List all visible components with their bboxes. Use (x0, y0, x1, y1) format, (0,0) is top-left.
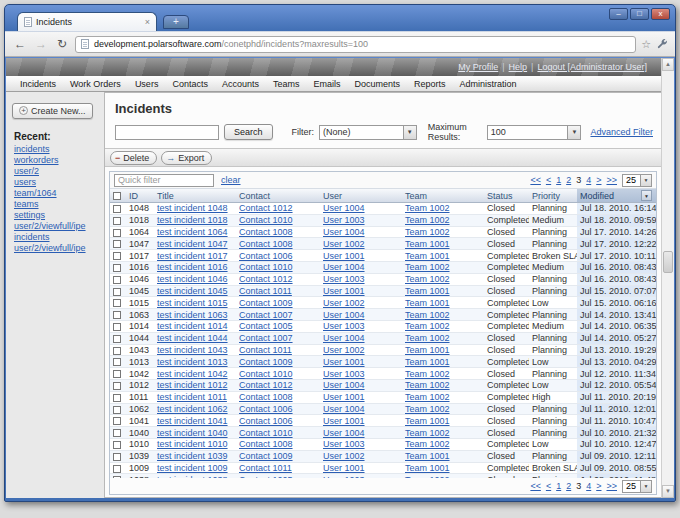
contact-link[interactable]: Contact 1008 (239, 392, 293, 402)
page-link[interactable]: 4 (586, 481, 591, 491)
menu-item-accounts[interactable]: Accounts (222, 79, 259, 89)
page-link[interactable]: 2 (566, 175, 571, 185)
row-checkbox[interactable] (113, 205, 121, 213)
column-header-contact[interactable]: Contact (236, 191, 320, 201)
minimize-button[interactable]: – (609, 8, 628, 20)
contact-link[interactable]: Contact 1012 (239, 274, 293, 284)
contact-link[interactable]: Contact 1012 (239, 380, 293, 390)
row-checkbox[interactable] (113, 441, 121, 449)
row-checkbox[interactable] (113, 288, 121, 296)
logout-link[interactable]: Logout [Administrator User] (537, 62, 647, 72)
recent-link[interactable]: user/2/viewfull/ipe (14, 221, 100, 232)
page-link[interactable]: 4 (586, 175, 591, 185)
row-checkbox[interactable] (113, 394, 121, 402)
new-tab-button[interactable]: + (163, 15, 189, 29)
menu-item-reports[interactable]: Reports (414, 79, 446, 89)
user-link[interactable]: User 1002 (323, 345, 365, 355)
contact-link[interactable]: Contact 1008 (239, 227, 293, 237)
user-link[interactable]: User 1004 (323, 380, 365, 390)
user-link[interactable]: User 1001 (323, 392, 365, 402)
column-header-id[interactable]: ID (126, 191, 154, 201)
menu-item-documents[interactable]: Documents (354, 79, 400, 89)
team-link[interactable]: Team 1001 (405, 345, 450, 355)
sort-arrow-icon[interactable]: ▼ (641, 190, 652, 201)
team-link[interactable]: Team 1002 (405, 321, 450, 331)
incident-link[interactable]: test incident 1016 (157, 262, 228, 272)
scroll-up-icon[interactable]: ▲ (662, 58, 674, 71)
team-link[interactable]: Team 1002 (405, 203, 450, 213)
row-checkbox[interactable] (113, 453, 121, 461)
contact-link[interactable]: Contact 1010 (239, 262, 293, 272)
row-checkbox[interactable] (113, 382, 121, 390)
contact-link[interactable]: Contact 1008 (239, 439, 293, 449)
scrollbar-thumb[interactable] (663, 251, 673, 273)
search-button[interactable]: Search (224, 124, 273, 140)
page-last-link[interactable]: >> (606, 175, 617, 185)
tab-close-icon[interactable]: × (145, 17, 150, 27)
incident-link[interactable]: test incident 1042 (157, 369, 228, 379)
page-link[interactable]: 2 (566, 481, 571, 491)
team-link[interactable]: Team 1002 (405, 380, 450, 390)
menu-item-teams[interactable]: Teams (273, 79, 300, 89)
row-checkbox[interactable] (113, 229, 121, 237)
row-checkbox[interactable] (113, 347, 121, 355)
create-new-button[interactable]: + Create New... (12, 103, 93, 119)
recent-link[interactable]: workorders (14, 155, 100, 166)
incident-link[interactable]: test incident 1046 (157, 274, 228, 284)
team-link[interactable]: Team 1001 (405, 416, 450, 426)
row-checkbox[interactable] (113, 406, 121, 414)
row-checkbox[interactable] (113, 311, 121, 319)
user-link[interactable]: User 1001 (323, 463, 365, 473)
incident-link[interactable]: test incident 1014 (157, 321, 228, 331)
page-first-link[interactable]: << (530, 481, 541, 491)
recent-link[interactable]: teams (14, 199, 100, 210)
team-link[interactable]: Team 1002 (405, 262, 450, 272)
team-link[interactable]: Team 1001 (405, 286, 450, 296)
search-input[interactable] (115, 125, 219, 140)
incident-link[interactable]: test incident 1064 (157, 227, 228, 237)
team-link[interactable]: Team 1001 (405, 463, 450, 473)
contact-link[interactable]: Contact 1011 (239, 286, 292, 296)
my-profile-link[interactable]: My Profile (458, 62, 498, 72)
recent-link[interactable]: users (14, 177, 100, 188)
user-link[interactable]: User 1001 (323, 251, 365, 261)
incident-link[interactable]: test incident 1015 (157, 298, 228, 308)
recent-link[interactable]: settings (14, 210, 100, 221)
menu-item-contacts[interactable]: Contacts (172, 79, 208, 89)
contact-link[interactable]: Contact 1009 (239, 451, 293, 461)
incident-link[interactable]: test incident 1047 (157, 239, 228, 249)
contact-link[interactable]: Contact 1006 (239, 416, 293, 426)
menu-item-work-orders[interactable]: Work Orders (70, 79, 121, 89)
recent-link[interactable]: user/2 (14, 166, 100, 177)
select-all-checkbox[interactable] (113, 192, 121, 200)
wrench-icon[interactable] (656, 38, 668, 50)
menu-item-users[interactable]: Users (135, 79, 159, 89)
contact-link[interactable]: Contact 1007 (239, 310, 293, 320)
incident-link[interactable]: test incident 1012 (157, 380, 228, 390)
contact-link[interactable]: Contact 1006 (239, 251, 293, 261)
close-button[interactable]: x (651, 8, 670, 20)
team-link[interactable]: Team 1002 (405, 215, 450, 225)
delete-button[interactable]: − Delete (110, 151, 157, 165)
incident-link[interactable]: test incident 1013 (157, 357, 228, 367)
browser-tab[interactable]: Incidents × (17, 12, 157, 31)
user-link[interactable]: User 1003 (323, 321, 365, 331)
browser-scrollbar[interactable]: ▲ ▼ (661, 58, 674, 498)
incident-link[interactable]: test incident 1048 (157, 203, 228, 213)
maximize-button[interactable]: □ (630, 8, 649, 20)
contact-link[interactable]: Contact 1009 (239, 357, 293, 367)
user-link[interactable]: User 1002 (323, 451, 365, 461)
incident-link[interactable]: test incident 1010 (157, 439, 228, 449)
incident-link[interactable]: test incident 1045 (157, 286, 228, 296)
user-link[interactable]: User 1004 (323, 404, 365, 414)
row-checkbox[interactable] (113, 264, 121, 272)
column-header-modified[interactable]: Modified ▼ (577, 189, 656, 202)
user-link[interactable]: User 1003 (323, 215, 365, 225)
menu-item-emails[interactable]: Emails (313, 79, 340, 89)
row-checkbox[interactable] (113, 217, 121, 225)
page-first-link[interactable]: << (530, 175, 541, 185)
row-checkbox[interactable] (113, 370, 121, 378)
incident-link[interactable]: test incident 1039 (157, 451, 228, 461)
menu-item-incidents[interactable]: Incidents (20, 79, 56, 89)
export-button[interactable]: → Export (161, 151, 212, 165)
